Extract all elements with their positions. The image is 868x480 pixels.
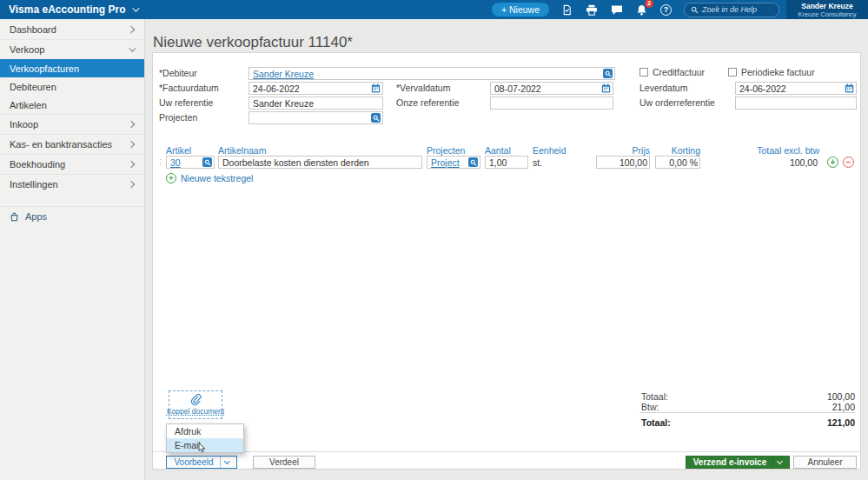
chevron-down-icon <box>129 44 136 51</box>
uw-referentie-field[interactable]: Sander Kreuze <box>248 97 383 110</box>
document-check-icon[interactable] <box>561 4 573 16</box>
subtotal-value: 100,00 <box>827 391 855 402</box>
uw-orderreferentie-field[interactable] <box>735 97 857 110</box>
creditfactuur-checkbox[interactable]: Creditfactuur <box>639 67 705 77</box>
search-placeholder: Zoek in de Help <box>702 5 757 14</box>
factuurdatum-label: *Factuurdatum <box>159 82 219 95</box>
main-content: Nieuwe verkoopfactuur 11140* *Debiteur S… <box>145 19 868 480</box>
sidebar-item-debiteuren[interactable]: Debiteuren <box>0 77 144 96</box>
sidebar-item-artikelen[interactable]: Artikelen <box>0 96 144 114</box>
verdeel-button[interactable]: Verdeel <box>253 456 315 469</box>
leverdatum-field[interactable]: 24-06-2022 <box>735 82 857 95</box>
annuleer-button[interactable]: Annuleer <box>793 456 857 469</box>
lookup-icon[interactable] <box>202 157 212 167</box>
chevron-down-icon <box>223 458 229 464</box>
btw-label: Btw: <box>641 402 659 412</box>
debiteur-link[interactable]: Sander Kreuze <box>253 69 314 79</box>
sidebar-item-dashboard[interactable]: Dashboard <box>0 19 144 39</box>
verzend-einvoice-button[interactable]: Verzend e-invoice <box>686 456 790 469</box>
sidebar-item-apps[interactable]: Apps <box>0 206 144 226</box>
app-title: Visma eAccounting Pro <box>9 3 125 16</box>
chevron-down-icon <box>777 458 783 464</box>
sidebar-item-instellingen[interactable]: Instellingen <box>0 174 144 194</box>
page-title: Nieuwe verkoopfactuur 11140* <box>153 34 353 51</box>
projecten-field[interactable] <box>248 111 383 124</box>
new-textline-button[interactable]: + Nieuwe tekstregel <box>166 173 253 183</box>
sidebar-item-inkoop[interactable]: Inkoop <box>0 114 144 134</box>
lookup-icon[interactable] <box>603 69 613 78</box>
new-button[interactable]: + Nieuwe <box>492 3 549 17</box>
user-name: Sander Kreuze <box>801 2 853 10</box>
col-header-korting: Korting <box>655 145 700 156</box>
help-search-input[interactable]: Zoek in de Help <box>684 3 779 17</box>
checkbox-icon <box>639 68 648 77</box>
col-header-aantal: Aantal <box>485 145 511 156</box>
app-switcher[interactable]: Visma eAccounting Pro <box>0 3 146 16</box>
projecten-label: Projecten <box>159 111 197 124</box>
chevron-right-icon <box>128 25 135 32</box>
sidebar-item-kas-en-banktransacties[interactable]: Kas- en banktransacties <box>0 134 144 154</box>
topbar: Visma eAccounting Pro + Nieuwe 2 ? Zoek … <box>0 0 868 19</box>
calendar-icon[interactable] <box>371 83 381 93</box>
chevron-right-icon <box>128 141 135 148</box>
sidebar-item-boekhouding[interactable]: Boekhouding <box>0 154 144 174</box>
chat-icon[interactable] <box>611 4 623 16</box>
row-projecten-field[interactable]: Project <box>427 156 480 169</box>
voorbeeld-button[interactable]: Voorbeeld <box>166 456 237 469</box>
add-row-button[interactable]: + <box>827 157 838 168</box>
sidebar-item-verkoop[interactable]: Verkoop <box>0 39 144 59</box>
total-label: Totaal: <box>641 417 671 428</box>
calendar-icon[interactable] <box>601 83 611 93</box>
bell-icon[interactable]: 2 <box>636 4 647 16</box>
col-header-totaal: Totaal excl. btw <box>732 145 819 156</box>
remove-row-button[interactable]: − <box>843 157 854 168</box>
row-total-value: 100,00 <box>790 157 818 168</box>
col-header-eenheid: Eenheid <box>533 145 567 156</box>
artikel-link[interactable]: 30 <box>170 157 181 168</box>
uw-referentie-label: Uw referentie <box>159 97 213 110</box>
subtotal-label: Totaal: <box>641 391 668 402</box>
debiteur-field[interactable]: Sander Kreuze <box>248 67 615 80</box>
notification-badge: 2 <box>645 0 653 8</box>
print-icon[interactable] <box>586 4 598 16</box>
chevron-right-icon <box>128 181 135 188</box>
help-icon[interactable]: ? <box>660 4 672 16</box>
sidebar: Dashboard Verkoop Verkoopfacturen Debite… <box>0 19 145 480</box>
attach-document-button[interactable]: Koppel document <box>169 390 222 419</box>
user-menu[interactable]: Sander Kreuze Kreuze Consultancy <box>786 0 868 19</box>
topbar-icons: 2 ? <box>561 4 672 16</box>
onze-referentie-field[interactable] <box>490 97 613 110</box>
apps-bag-icon <box>10 212 19 222</box>
actions-divider <box>153 451 860 452</box>
lookup-icon[interactable] <box>468 157 478 167</box>
project-link[interactable]: Project <box>431 157 460 168</box>
chevron-right-icon <box>128 161 135 168</box>
periodieke-factuur-checkbox[interactable]: Periodieke factuur <box>728 67 815 77</box>
invoice-panel: *Debiteur Sander Kreuze Creditfactuur Pe… <box>152 52 861 470</box>
korting-field[interactable]: 0,00 % <box>655 156 700 169</box>
search-icon <box>691 6 699 14</box>
cursor-icon <box>198 443 206 453</box>
lookup-icon[interactable] <box>371 113 381 123</box>
plus-icon: + <box>166 173 176 183</box>
col-header-artikel: Artikel <box>166 145 191 156</box>
prijs-field[interactable]: 100,00 <box>596 156 650 169</box>
artikelnaam-field[interactable]: Doorbelaste kosten diensten derden <box>218 156 422 169</box>
aantal-field[interactable]: 1,00 <box>485 156 528 169</box>
artikel-field[interactable]: 30 <box>166 156 215 169</box>
col-header-projecten: Projecten <box>427 145 465 156</box>
calendar-icon[interactable] <box>845 83 854 93</box>
factuurdatum-field[interactable]: 24-06-2022 <box>248 82 383 95</box>
debiteur-label: *Debiteur <box>159 67 197 80</box>
total-value: 121,00 <box>827 417 855 428</box>
menu-item-afdruk[interactable]: Afdruk <box>167 424 243 438</box>
col-header-artikelnaam: Artikelnaam <box>218 145 266 156</box>
vervaldatum-field[interactable]: 08-07-2022 <box>490 82 613 95</box>
totals-divider <box>639 412 855 413</box>
btw-value: 21,00 <box>832 402 855 412</box>
chevron-down-icon <box>133 4 140 11</box>
attach-dropdown-menu: Afdruk E-mail <box>166 423 244 453</box>
paperclip-icon <box>189 394 202 406</box>
menu-item-email[interactable]: E-mail <box>167 438 243 452</box>
sidebar-item-verkoopfacturen[interactable]: Verkoopfacturen <box>0 59 144 77</box>
